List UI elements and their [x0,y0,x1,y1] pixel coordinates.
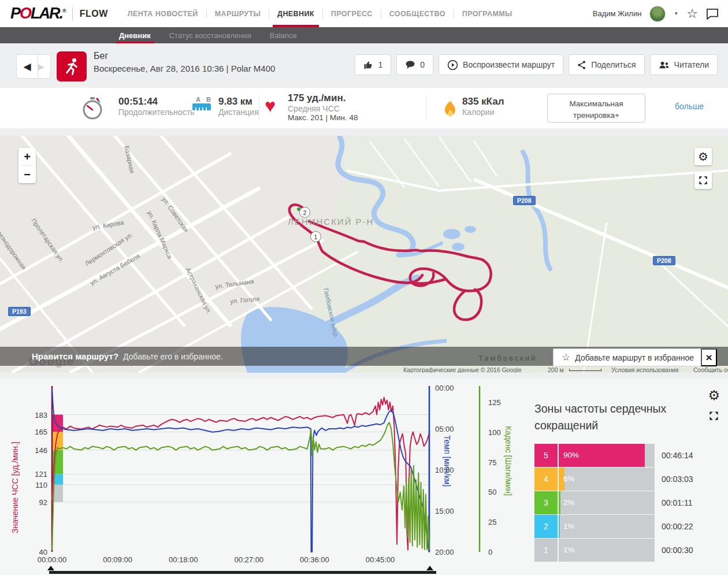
followers-button[interactable]: Читатели [650,54,718,75]
zone-bar-fill [559,491,560,514]
ruler-icon [192,103,211,111]
zone-percent: 6% [563,468,575,491]
logo-o: O [20,5,31,22]
hr-label: Средняя ЧСС [288,104,358,113]
hr-axis-label: Значение ЧСС [уд./мин.] [10,442,20,533]
subnav-item-diary[interactable]: Дневник [110,27,160,43]
map-attribution: Картографические данные © 2016 Google [403,366,522,373]
road-badge: P208 [513,196,536,205]
zoom-out-button[interactable]: − [18,166,36,183]
subnav-item-balance[interactable]: Balance [261,27,306,43]
comment-button[interactable]: 0 [396,54,433,75]
cadence-axis-tick: 125 [488,398,501,406]
hr-zone-row: 5 90% 00:46:14 [534,444,725,467]
close-banner-button[interactable]: × [701,348,717,366]
like-button[interactable]: 1 [355,54,391,75]
pace-axis-tick: 00:00 [435,384,454,392]
stats-divider [259,95,259,121]
nav-item-diary[interactable]: ДНЕВНИК [269,0,322,27]
activity-actions: 1 0 Воспроизвести маршрут Поделиться Чит… [355,54,718,75]
hr-axis-tick: 110 [35,480,47,489]
map-scale-text: 200 м [548,366,564,373]
scrollbar-right-handle[interactable] [426,566,433,570]
zone-percent: 1% [563,515,575,538]
zone-time: 00:01:11 [662,498,692,507]
zone-number: 2 [534,515,558,538]
pace-axis-tick: 10:00 [435,466,454,474]
pace-axis-tick: 15:00 [435,507,454,515]
nav-item-community[interactable]: СООБЩЕСТВО [381,0,454,27]
diary-subnav: Дневник Статус восстановления Balance [0,27,728,43]
more-link[interactable]: больше [675,102,704,111]
training-benefit-button[interactable]: Максимальная тренировка+ [547,94,645,123]
map-fullscreen-button[interactable] [694,172,712,189]
duration-label: Продолжительность [118,107,195,117]
x-axis-tick: 00:27:00 [234,555,263,564]
zone-time: 00:00:22 [662,522,693,531]
subnav-item-recovery[interactable]: Статус восстановления [160,27,261,43]
chevron-down-icon[interactable]: ▼ [674,11,678,16]
zoom-in-button[interactable]: + [18,148,36,165]
zone-bar: 90% [559,444,655,467]
hr-zone-row: 4 6% 00:03:03 [534,468,725,491]
share-button[interactable]: Поделиться [569,54,644,75]
route-marker-1[interactable]: 1 [310,231,321,242]
route-ab-markers: AB [191,96,213,103]
polar-logo[interactable]: POLAR.® [10,5,66,23]
map-canvas[interactable] [0,136,728,373]
summary-stats-bar: 00:51:44 Продолжительность AB 9.83 км Ди… [0,88,728,128]
add-route-favorite-button[interactable]: ☆ Добавьте маршрут в избранное [553,348,703,366]
benefit-line1: Максимальная [548,98,645,110]
user-name[interactable]: Вадим Жилин [593,9,642,18]
flow-wordmark[interactable]: FLOW [80,9,108,19]
cadence-axis-tick: 0 [488,548,492,557]
star-icon: ☆ [686,8,698,20]
hr-axis-tick: 92 [39,498,47,506]
pace-axis-tick: 05:00 [435,425,454,433]
hr-zone-row: 2 1% 00:00:22 [534,515,725,538]
top-navigation-bar: POLAR.® FLOW ЛЕНТА НОВОСТЕЙ МАРШРУТЫ ДНЕ… [0,0,728,27]
zone-number: 4 [534,468,558,491]
training-chart-section: Значение ЧСС [уд./мин.] Темп [мин/км] Ка… [0,379,728,575]
zone-percent: 2% [563,491,575,514]
benefit-line2: тренировка+ [548,110,645,121]
chart-scrollbar[interactable] [49,571,436,574]
previous-session-button[interactable]: ◀ [16,54,38,79]
map-zoom-control: + − [18,148,36,183]
nav-item-programs[interactable]: ПРОГРАММЫ [454,0,521,27]
x-axis-tick: 00:18:00 [169,555,198,564]
like-route-question: Нравится маршрут? [32,351,118,361]
route-marker-2[interactable]: 2 [299,207,310,218]
messages-button[interactable] [706,8,719,20]
calories-label: Калории [462,107,504,117]
replay-route-button[interactable]: Воспроизвести маршрут [439,54,563,75]
zone-bar: 1% [559,539,655,562]
hr-axis-tick: 121 [35,470,47,478]
favorites-button[interactable]: ☆ [686,8,698,20]
distance-value: 9.83 км [218,96,259,107]
cadence-axis-tick: 25 [488,518,496,526]
hr-zones-panel: Зоны частоты сердечных сокращений 5 90% … [534,400,725,562]
zone-time: 00:00:30 [662,546,693,555]
scrollbar-left-handle[interactable] [47,566,54,570]
like-route-hint: Добавьте его в избранное. [123,352,223,361]
map-settings-button[interactable]: ⚙ [694,148,712,165]
nav-item-feed[interactable]: ЛЕНТА НОВОСТЕЙ [120,0,206,27]
stopwatch-icon [81,96,104,120]
route-map[interactable]: ЛЕНИНСКИЙ Р-Н Тамбовский Тамбовское вдхр… [0,136,728,373]
cadence-axis-tick: 100 [488,428,501,436]
map-terms-link[interactable]: Условия использования [611,366,679,373]
flame-icon [443,97,458,119]
add-route-favorite-label: Добавьте маршрут в избранное [575,353,694,362]
stats-divider [426,95,426,121]
nav-item-routes[interactable]: МАРШРУТЫ [207,0,269,27]
expand-icon [698,175,708,186]
zone-number: 1 [534,539,558,562]
hr-minmax: Макс. 201 | Мин. 48 [288,113,358,122]
nav-item-progress[interactable]: ПРОГРЕСС [323,0,381,27]
map-report-link[interactable]: Сообщить об ошибке на карте [693,366,728,373]
comment-icon [405,60,415,69]
distance-icon-block: AB [191,96,213,113]
avatar[interactable] [649,6,666,22]
cadence-axis-tick: 75 [488,458,496,466]
